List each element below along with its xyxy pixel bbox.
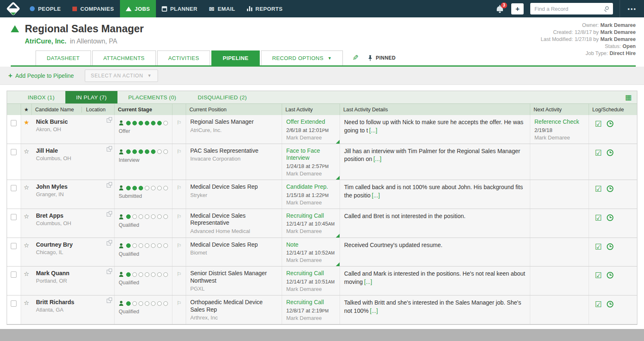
log-activity-icon[interactable]: ☑ [595,271,602,279]
favorite-star-icon[interactable]: ☆ [24,300,29,324]
app-logo[interactable] [3,0,23,17]
last-activity-type[interactable]: Recruiting Call [286,270,335,277]
flag-icon[interactable]: ⚐ [177,185,182,206]
schedule-clock-icon[interactable] [607,301,613,307]
stage-progress[interactable] [119,301,168,306]
tab-pipeline[interactable]: PIPELINE [211,50,259,65]
schedule-clock-icon[interactable] [607,185,613,192]
details-more-link[interactable]: [...] [364,279,372,285]
tab-activities[interactable]: ACTIVITIES [157,50,211,65]
row-checkbox[interactable] [11,149,17,155]
log-activity-icon[interactable]: ☑ [595,185,602,193]
row-checkbox[interactable] [11,271,17,278]
candidate-name[interactable]: Britt Richards [36,299,105,305]
tab-in-play[interactable]: IN PLAY (7) [65,91,117,103]
flag-icon[interactable]: ⚐ [177,243,182,264]
last-activity-type[interactable]: Recruiting Call [286,212,335,220]
open-record-icon[interactable] [107,183,111,187]
flag-icon[interactable]: ⚐ [177,120,182,141]
flag-icon[interactable]: ⚐ [177,271,182,293]
candidate-name[interactable]: Bret Apps [36,212,105,219]
tab-disqualified[interactable]: DISQUALIFIED (2) [187,91,258,103]
tab-datasheet[interactable]: DATASHEET [36,50,91,65]
position-title: Medical Device Sales Representative [190,212,278,227]
details-more-link[interactable]: [...] [369,127,377,134]
row-checkbox[interactable] [11,300,17,307]
details-more-link[interactable]: [...] [373,156,381,162]
pinned-button[interactable]: PINNED [368,55,395,61]
stage-dot [145,121,149,125]
log-activity-icon[interactable]: ☑ [595,243,602,251]
overflow-menu-button[interactable]: ••• [620,0,644,17]
last-activity-type[interactable]: Note [286,241,335,249]
stage-dot [145,149,149,154]
stage-progress[interactable] [119,214,168,219]
log-activity-icon[interactable]: ☑ [595,120,602,128]
open-record-icon[interactable] [107,241,111,245]
details-more-link[interactable]: [...] [370,307,378,314]
flag-icon[interactable]: ⚐ [177,300,182,322]
company-link[interactable]: AtriCure, Inc. [25,38,66,45]
nav-people[interactable]: PEOPLE [24,0,67,17]
favorite-star-icon[interactable]: ☆ [24,213,29,238]
stage-progress[interactable] [119,243,168,248]
grid-view-icon[interactable]: ▦ [620,91,637,103]
last-activity-type[interactable]: Candidate Prep. [286,183,335,191]
tab-inbox[interactable]: INBOX (1) [17,91,65,103]
open-record-icon[interactable] [107,212,111,216]
log-activity-icon[interactable]: ☑ [595,214,602,222]
flag-icon[interactable]: ⚐ [177,149,182,177]
last-activity-by: Mark Demaree [286,286,335,293]
nav-planner[interactable]: PLANNER [156,0,203,17]
candidate-name[interactable]: Nick Bursic [36,118,105,125]
nav-jobs[interactable]: JOBS [120,0,156,17]
notifications-button[interactable]: 3 [497,6,503,11]
row-checkbox[interactable] [11,243,17,249]
schedule-clock-icon[interactable] [607,120,613,127]
details-more-link[interactable]: [...] [372,192,380,199]
schedule-clock-icon[interactable] [607,149,613,156]
favorite-star-icon[interactable]: ☆ [24,271,29,295]
pencil-icon[interactable]: ✎ [352,54,359,62]
stage-progress[interactable] [119,185,168,190]
open-record-icon[interactable] [107,118,111,122]
stage-progress[interactable] [119,120,168,125]
candidate-name[interactable]: Jill Hale [36,147,105,154]
open-record-icon[interactable] [107,299,111,303]
candidate-name[interactable]: Mark Quann [36,270,105,276]
last-activity-type[interactable]: Face to Face Interview [286,147,335,162]
schedule-clock-icon[interactable] [607,272,613,279]
last-activity-type[interactable]: Offer Extended [286,118,335,126]
open-record-icon[interactable] [107,147,111,151]
add-people-button[interactable]: +Add People to Pipeline [8,72,74,79]
tab-attachments[interactable]: ATTACHMENTS [92,50,156,65]
candidate-name[interactable]: Courtney Bry [36,241,105,248]
open-record-icon[interactable] [107,270,111,274]
candidate-name[interactable]: John Myles [36,183,105,190]
row-checkbox[interactable] [11,120,17,126]
stage-progress[interactable] [119,272,168,277]
stage-progress[interactable] [119,149,168,154]
favorite-star-icon[interactable]: ☆ [24,242,29,267]
last-activity-type[interactable]: Recruiting Call [286,299,335,306]
log-activity-icon[interactable]: ☑ [595,300,602,308]
nav-reports[interactable]: REPORTS [241,0,289,17]
favorite-star-icon[interactable]: ☆ [24,148,29,180]
nav-email[interactable]: ✉EMAIL [203,0,241,17]
flag-icon[interactable]: ⚐ [177,214,182,235]
schedule-clock-icon[interactable] [607,214,613,221]
quick-add-button[interactable]: + [511,3,524,14]
log-activity-icon[interactable]: ☑ [595,149,602,157]
favorite-star-icon[interactable]: ☆ [24,184,29,209]
schedule-clock-icon[interactable] [607,243,613,250]
search-input[interactable] [530,3,613,14]
nav-companies[interactable]: COMPANIES [67,0,120,17]
next-activity-type[interactable]: Reference Check [534,118,584,126]
tab-placements[interactable]: PLACEMENTS (0) [117,91,187,103]
favorite-star-icon[interactable]: ★ [24,119,29,144]
select-action-dropdown[interactable]: SELECT AN ACTION▼ [85,70,158,82]
tab-record-options[interactable]: RECORD OPTIONS▼ [261,50,343,65]
row-checkbox[interactable] [11,214,17,220]
candidate-location: Akron, OH [36,126,105,133]
row-checkbox[interactable] [11,185,17,191]
